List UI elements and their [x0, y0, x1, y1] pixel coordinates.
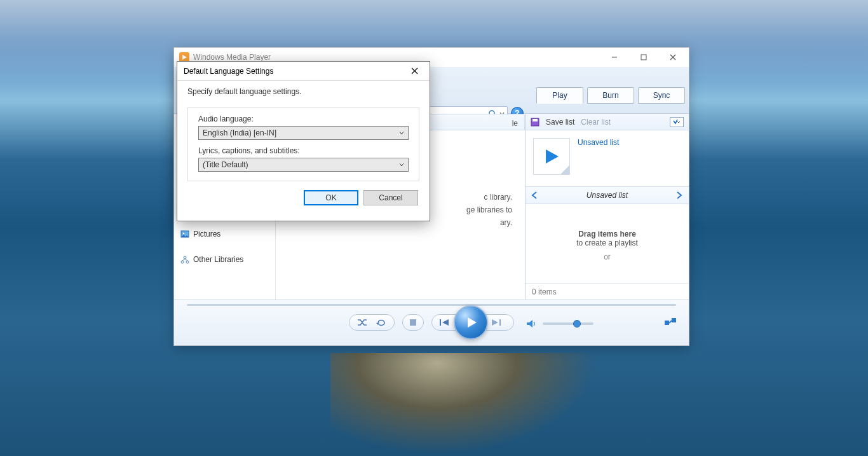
svg-line-12	[182, 259, 185, 261]
svg-point-11	[186, 261, 189, 263]
switch-to-now-playing-button[interactable]	[665, 318, 677, 328]
save-list-icon	[531, 118, 539, 127]
play-button[interactable]	[454, 305, 488, 340]
repeat-button[interactable]	[376, 318, 386, 327]
player-controls	[174, 300, 689, 345]
svg-marker-16	[546, 149, 559, 163]
nav-pictures-label: Pictures	[193, 230, 220, 238]
svg-rect-15	[532, 119, 538, 121]
previous-button[interactable]	[440, 318, 451, 327]
wallpaper-rocks	[330, 353, 597, 455]
svg-point-9	[184, 256, 186, 259]
shuffle-button[interactable]	[357, 318, 367, 327]
audio-language-select[interactable]: English (India) [en-IN]	[198, 126, 409, 140]
svg-rect-23	[499, 319, 501, 326]
playlist-nav-title: Unsaved list	[587, 191, 628, 200]
list-options-button[interactable]	[670, 117, 684, 127]
library-tabs: Play Burn Sync	[536, 87, 685, 104]
svg-marker-21	[468, 317, 477, 328]
dialog-title: Default Language Settings	[184, 67, 273, 76]
stop-button[interactable]	[402, 314, 424, 331]
svg-point-8	[183, 233, 184, 234]
nav-pictures[interactable]: Pictures	[179, 227, 270, 241]
dialog-group: Audio language: English (India) [en-IN] …	[187, 107, 419, 181]
playlist-status: 0 items	[526, 283, 689, 300]
clear-list-button[interactable]: Clear list	[581, 118, 611, 127]
chevron-down-icon	[399, 130, 404, 135]
playlist-drop-or: or	[604, 252, 611, 261]
next-button[interactable]	[491, 318, 502, 327]
svg-point-10	[181, 261, 184, 263]
playlist-artwork	[533, 138, 570, 175]
subtitles-label: Lyrics, captions, and subtitles:	[198, 146, 409, 155]
chevron-down-icon	[399, 162, 404, 167]
playlist-next-button[interactable]	[675, 191, 684, 199]
ok-button[interactable]: OK	[304, 190, 358, 205]
default-language-settings-dialog: Default Language Settings Specify defaul…	[177, 61, 430, 221]
svg-rect-26	[672, 318, 676, 322]
svg-marker-22	[492, 319, 498, 326]
svg-rect-19	[440, 319, 441, 326]
svg-marker-24	[527, 320, 532, 328]
seek-slider[interactable]	[187, 304, 676, 306]
dialog-close-button[interactable]	[402, 62, 427, 81]
subtitles-value: (Title Default)	[203, 160, 248, 169]
playlist-prev-button[interactable]	[531, 191, 539, 199]
playlist-name[interactable]: Unsaved list	[578, 138, 619, 175]
svg-rect-2	[641, 55, 646, 60]
svg-rect-25	[665, 321, 669, 325]
dialog-subtitle: Specify default language settings.	[187, 87, 419, 96]
tab-play[interactable]: Play	[536, 87, 583, 104]
close-button[interactable]	[658, 48, 688, 67]
audio-language-label: Audio language:	[198, 114, 409, 123]
save-list-button[interactable]: Save list	[546, 118, 574, 127]
mute-button[interactable]	[526, 319, 536, 328]
left-control-capsule	[349, 314, 395, 331]
svg-line-13	[185, 259, 187, 261]
volume-slider[interactable]	[543, 322, 593, 325]
nav-other-libraries[interactable]: Other Libraries	[179, 252, 270, 266]
maximize-button[interactable]	[629, 48, 658, 67]
subtitles-select[interactable]: (Title Default)	[198, 158, 409, 172]
nav-other-libraries-label: Other Libraries	[193, 255, 243, 264]
playlist-drop-l1: Drag items here	[578, 230, 636, 238]
transport-capsule	[431, 314, 514, 331]
playlist-drop-area[interactable]: Drag items here to create a playlist or	[526, 204, 689, 283]
tab-burn[interactable]: Burn	[587, 87, 634, 104]
playlist-pane: Save list Clear list Unsaved list Unsave…	[525, 114, 689, 300]
cancel-button[interactable]: Cancel	[363, 190, 418, 205]
network-icon	[180, 255, 189, 264]
svg-marker-0	[182, 55, 187, 60]
playlist-drop-l2: to create a playlist	[576, 238, 638, 247]
svg-rect-18	[410, 319, 416, 326]
tab-sync[interactable]: Sync	[638, 87, 685, 104]
audio-language-value: English (India) [en-IN]	[203, 128, 276, 137]
window-title: Windows Media Player	[193, 53, 600, 62]
svg-marker-20	[442, 319, 449, 326]
pictures-icon	[180, 230, 189, 238]
minimize-button[interactable]	[600, 48, 629, 67]
